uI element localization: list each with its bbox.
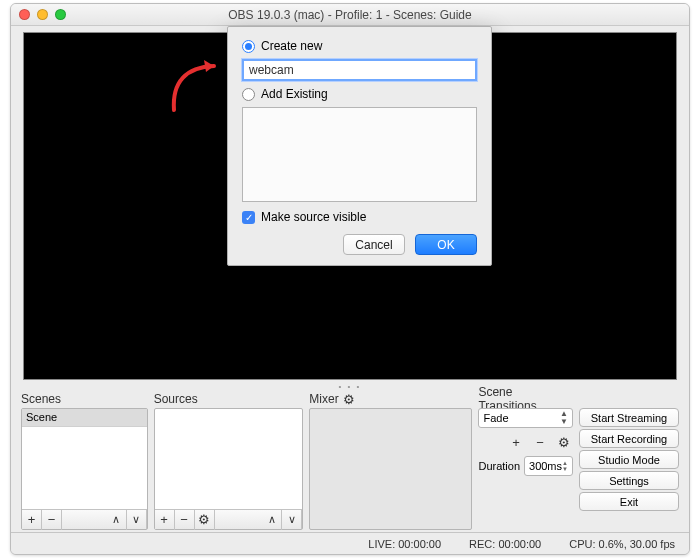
mixer-gear-icon[interactable]: ⚙ <box>343 392 355 407</box>
transition-selected: Fade <box>483 412 508 424</box>
transition-select[interactable]: Fade ▲▼ <box>478 408 573 428</box>
add-source-dialog: Create new Add Existing ✓ Make source vi… <box>227 26 492 266</box>
source-up-button[interactable]: ∧ <box>262 510 282 530</box>
source-down-button[interactable]: ∨ <box>282 510 302 530</box>
status-cpu: CPU: 0.6%, 30.00 fps <box>555 538 689 550</box>
settings-button[interactable]: Settings <box>579 471 679 490</box>
start-recording-button[interactable]: Start Recording <box>579 429 679 448</box>
remove-transition-button[interactable]: − <box>531 434 549 450</box>
create-new-label: Create new <box>261 39 322 53</box>
make-visible-option[interactable]: ✓ Make source visible <box>242 210 477 224</box>
checkbox-on-icon[interactable]: ✓ <box>242 211 255 224</box>
scenes-panel: Scenes Scene + − ∧ ∨ <box>21 390 148 530</box>
existing-sources-list[interactable] <box>242 107 477 202</box>
scenes-label: Scenes <box>21 390 148 408</box>
source-name-input[interactable] <box>242 59 477 81</box>
sources-list[interactable]: + − ⚙ ∧ ∨ <box>154 408 304 530</box>
duration-label: Duration <box>478 460 520 472</box>
zoom-icon[interactable] <box>55 9 66 20</box>
status-live: LIVE: 00:00:00 <box>354 538 455 550</box>
make-visible-label: Make source visible <box>261 210 366 224</box>
remove-source-button[interactable]: − <box>175 510 195 530</box>
transitions-panel: Scene Transitions Fade ▲▼ + − ⚙ Duration <box>478 390 573 530</box>
add-existing-label: Add Existing <box>261 87 328 101</box>
radio-on-icon[interactable] <box>242 40 255 53</box>
mixer-panel: Mixer ⚙ <box>309 390 472 530</box>
transitions-label: Scene Transitions <box>478 390 573 408</box>
sources-toolbar: + − ⚙ ∧ ∨ <box>155 509 303 529</box>
mixer-box <box>309 408 472 530</box>
controls-panel: Start Streaming Start Recording Studio M… <box>579 390 679 530</box>
mixer-label-text: Mixer <box>309 392 338 406</box>
exit-button[interactable]: Exit <box>579 492 679 511</box>
ok-button[interactable]: OK <box>415 234 477 255</box>
scene-item[interactable]: Scene <box>22 409 147 427</box>
add-source-button[interactable]: + <box>155 510 175 530</box>
transition-settings-button[interactable]: ⚙ <box>555 434 573 450</box>
cancel-button[interactable]: Cancel <box>343 234 405 255</box>
minimize-icon[interactable] <box>37 9 48 20</box>
scene-up-button[interactable]: ∧ <box>107 510 127 530</box>
titlebar: OBS 19.0.3 (mac) - Profile: 1 - Scenes: … <box>11 4 689 26</box>
mixer-label: Mixer ⚙ <box>309 390 472 408</box>
statusbar: LIVE: 00:00:00 REC: 00:00:00 CPU: 0.6%, … <box>11 532 689 554</box>
create-new-option[interactable]: Create new <box>242 39 477 53</box>
app-window: OBS 19.0.3 (mac) - Profile: 1 - Scenes: … <box>10 3 690 555</box>
duration-stepper-icon[interactable]: ▲▼ <box>562 460 568 472</box>
add-existing-option[interactable]: Add Existing <box>242 87 477 101</box>
scenes-toolbar: + − ∧ ∨ <box>22 509 147 529</box>
add-transition-button[interactable]: + <box>507 434 525 450</box>
docks: Scenes Scene + − ∧ ∨ Sources + − ⚙ <box>21 390 679 530</box>
studio-mode-button[interactable]: Studio Mode <box>579 450 679 469</box>
duration-value: 300ms <box>529 460 562 472</box>
sources-panel: Sources + − ⚙ ∧ ∨ <box>154 390 304 530</box>
remove-scene-button[interactable]: − <box>42 510 62 530</box>
sources-label: Sources <box>154 390 304 408</box>
radio-off-icon[interactable] <box>242 88 255 101</box>
scenes-list[interactable]: Scene + − ∧ ∨ <box>21 408 148 530</box>
duration-input[interactable]: 300ms ▲▼ <box>524 456 573 476</box>
status-rec: REC: 00:00:00 <box>455 538 555 550</box>
window-title: OBS 19.0.3 (mac) - Profile: 1 - Scenes: … <box>228 8 471 22</box>
source-settings-button[interactable]: ⚙ <box>195 510 215 530</box>
add-scene-button[interactable]: + <box>22 510 42 530</box>
close-icon[interactable] <box>19 9 30 20</box>
start-streaming-button[interactable]: Start Streaming <box>579 408 679 427</box>
scene-down-button[interactable]: ∨ <box>127 510 147 530</box>
select-stepper-icon: ▲▼ <box>560 410 568 426</box>
traffic-lights <box>19 9 66 20</box>
